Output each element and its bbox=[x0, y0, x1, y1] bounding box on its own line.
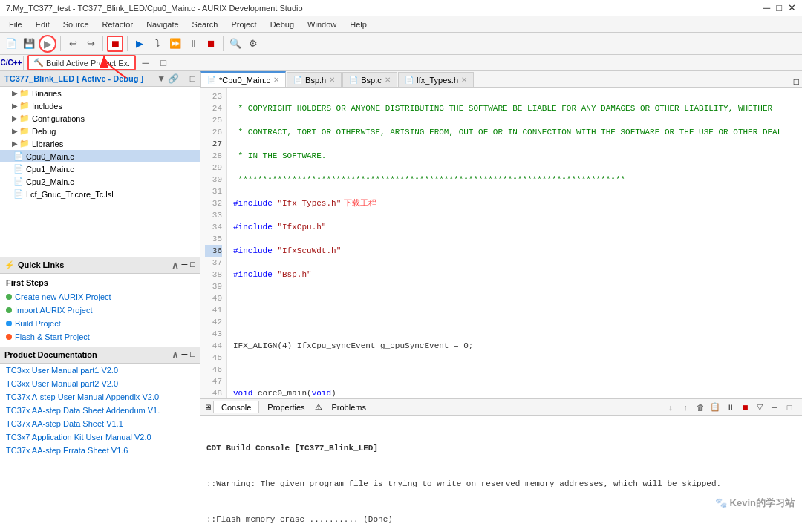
tab-cpu0-main[interactable]: 📄 *Cpu0_Main.c ✕ bbox=[200, 71, 286, 87]
tree-cpu0-main[interactable]: 📄 Cpu0_Main.c bbox=[0, 150, 200, 162]
lcf-label: Lcf_Gnuc_Tricore_Tc.lsl bbox=[26, 190, 114, 199]
menu-navigate[interactable]: Navigate bbox=[140, 19, 184, 30]
binaries-icon: 📁 bbox=[19, 88, 30, 98]
tree-cpu2-main[interactable]: 📄 Cpu2_Main.c bbox=[0, 175, 200, 188]
tab-bspc-close[interactable]: ✕ bbox=[385, 76, 391, 84]
libraries-icon: 📁 bbox=[19, 139, 30, 148]
console-clear-btn[interactable]: 🗑 bbox=[694, 401, 707, 414]
code-editor[interactable]: 23 24 25 26 27 28 29 30 31 32 33 34 35 3… bbox=[200, 88, 802, 398]
maximize-panel-button[interactable]: □ bbox=[155, 55, 172, 71]
console-minimize-btn[interactable]: ─ bbox=[768, 401, 781, 414]
tab-bsph-close[interactable]: ✕ bbox=[329, 76, 335, 84]
console-area: 🖥 Console Properties ⚠ Problems ↓ ↑ 🗑 📋 … bbox=[200, 398, 802, 532]
settings-button[interactable]: ⚙ bbox=[245, 36, 261, 52]
tab-console[interactable]: Console bbox=[213, 401, 259, 413]
save-button[interactable]: 💾 bbox=[21, 36, 37, 52]
window-controls: ─ □ ✕ bbox=[763, 2, 796, 13]
line-num-39: 39 bbox=[205, 280, 222, 292]
tab-bsp-h[interactable]: 📄 Bsp.h ✕ bbox=[287, 72, 342, 87]
tab-ifx-types[interactable]: 📄 Ifx_Types.h ✕ bbox=[398, 72, 474, 87]
tab-cpu0-close[interactable]: ✕ bbox=[273, 76, 279, 84]
console-option-btn[interactable]: ▽ bbox=[753, 401, 766, 414]
tab-problems[interactable]: Problems bbox=[324, 401, 374, 413]
tree-cpu1-main[interactable]: 📄 Cpu1_Main.c bbox=[0, 162, 200, 175]
console-pause-btn[interactable]: ⏸ bbox=[723, 401, 737, 414]
editor-minimize-btn[interactable]: ─ bbox=[784, 76, 791, 87]
debug-stop-button[interactable]: ⏹ bbox=[203, 36, 219, 52]
cpu0-icon: 📄 bbox=[13, 151, 24, 161]
debug-arrow: ▶ bbox=[12, 127, 18, 135]
menu-edit[interactable]: Edit bbox=[30, 19, 56, 30]
close-button[interactable]: ✕ bbox=[788, 2, 796, 13]
tree-libraries[interactable]: ▶ 📁 Libraries bbox=[0, 137, 200, 150]
tree-configurations[interactable]: ▶ 📁 Configurations bbox=[0, 112, 200, 125]
editor-maximize-btn[interactable]: □ bbox=[794, 76, 799, 87]
line-num-23: 23 bbox=[205, 91, 222, 102]
console-up-btn[interactable]: ↑ bbox=[679, 401, 692, 414]
tab-bsp-c[interactable]: 📄 Bsp.c ✕ bbox=[342, 72, 397, 87]
doc-link-2[interactable]: TC3xx User Manual part2 V2.0 bbox=[0, 377, 200, 390]
product-docs-collapse[interactable]: ∧ bbox=[172, 349, 179, 361]
doc-link-4[interactable]: TC37x AA-step Data Sheet Addendum V1. bbox=[0, 404, 200, 417]
includes-arrow: ▶ bbox=[12, 102, 18, 110]
doc-link-5[interactable]: TC37x AA-step Data Sheet V1.1 bbox=[0, 417, 200, 430]
menu-source[interactable]: Source bbox=[57, 19, 95, 30]
menu-search[interactable]: Search bbox=[186, 19, 224, 30]
code-content[interactable]: * COPYRIGHT HOLDERS OR ANYONE DISTRIBUTI… bbox=[227, 88, 802, 398]
search-button[interactable]: 🔍 bbox=[227, 36, 244, 52]
console-maximize-btn[interactable]: □ bbox=[783, 401, 796, 414]
tree-lcf[interactable]: 📄 Lcf_Gnuc_Tricore_Tc.lsl bbox=[0, 188, 200, 200]
problems-icon: ⚠ bbox=[315, 402, 322, 412]
tab-ifxtypes-close[interactable]: ✕ bbox=[461, 76, 467, 84]
includes-label: Includes bbox=[32, 102, 62, 111]
build-project-dot bbox=[6, 321, 12, 326]
link-editor-button[interactable]: 🔗 bbox=[168, 73, 179, 84]
build-active-project-button[interactable]: 🔨 Build Active Project Ex. bbox=[27, 55, 136, 70]
menu-refactor[interactable]: Refactor bbox=[97, 19, 140, 30]
undo-button[interactable]: ↩ bbox=[65, 36, 81, 52]
doc-link-1[interactable]: TC3xx User Manual part1 V2.0 bbox=[0, 364, 200, 377]
redo-button[interactable]: ↪ bbox=[82, 36, 99, 52]
import-project-link[interactable]: Import AURIX Project bbox=[6, 303, 194, 317]
quick-links-maximize[interactable]: □ bbox=[190, 260, 195, 271]
tree-debug[interactable]: ▶ 📁 Debug bbox=[0, 125, 200, 137]
doc-link-6[interactable]: TC3x7 Application Kit User Manual V2.0 bbox=[0, 430, 200, 444]
quick-links-header[interactable]: ⚡ Quick Links ∧ ─ □ bbox=[0, 257, 200, 274]
console-stop-btn[interactable]: ⏹ bbox=[738, 401, 752, 414]
menu-help[interactable]: Help bbox=[344, 19, 373, 30]
minimize-button[interactable]: ─ bbox=[763, 2, 770, 13]
code-line-35: void core0_main(void) bbox=[233, 387, 796, 398]
create-project-link[interactable]: Create new AURIX Project bbox=[6, 290, 194, 303]
quick-links-collapse[interactable]: ∧ bbox=[172, 260, 179, 271]
menu-file[interactable]: File bbox=[3, 19, 28, 30]
product-docs-minimize[interactable]: ─ bbox=[182, 349, 188, 361]
debug-suspend-button[interactable]: ⏸ bbox=[185, 36, 201, 52]
app-title: 7.My_TC377_test - TC377_Blink_LED/Cpu0_M… bbox=[6, 4, 303, 13]
new-file-button[interactable]: 📄 bbox=[3, 36, 19, 52]
debug-resume-button[interactable]: ⏩ bbox=[167, 36, 183, 52]
debug-step-button[interactable]: ⤵ bbox=[149, 36, 166, 52]
tree-includes[interactable]: ▶ 📁 Includes bbox=[0, 99, 200, 112]
doc-link-7[interactable]: TC37x AA-step Errata Sheet V1.6 bbox=[0, 444, 200, 457]
build-project-link[interactable]: Build Project bbox=[6, 317, 194, 330]
stop-button[interactable]: ⏹ bbox=[107, 36, 123, 52]
debug-start-button[interactable]: ▶ bbox=[131, 36, 148, 52]
tab-properties[interactable]: Properties bbox=[259, 401, 313, 413]
quick-links-minimize[interactable]: ─ bbox=[182, 260, 188, 271]
explorer-maximize-button[interactable]: □ bbox=[190, 73, 195, 84]
doc-link-3[interactable]: TC37x A-step User Manual Appendix V2.0 bbox=[0, 390, 200, 404]
product-docs-maximize[interactable]: □ bbox=[190, 349, 195, 361]
menu-project[interactable]: Project bbox=[225, 19, 262, 30]
tree-binaries[interactable]: ▶ 📁 Binaries bbox=[0, 87, 200, 99]
build-run-button[interactable]: ▶ bbox=[39, 35, 56, 53]
menu-debug[interactable]: Debug bbox=[264, 19, 300, 30]
minimize-panel-button[interactable]: ─ bbox=[137, 55, 154, 71]
product-docs-header[interactable]: Product Documentation ∧ ─ □ bbox=[0, 347, 200, 364]
console-down-btn[interactable]: ↓ bbox=[664, 401, 677, 414]
explorer-minimize-button[interactable]: ─ bbox=[181, 73, 188, 84]
console-copy-btn[interactable]: 📋 bbox=[708, 401, 722, 414]
flash-start-link[interactable]: Flash & Start Project bbox=[6, 330, 194, 344]
collapse-all-button[interactable]: ▼ bbox=[157, 73, 166, 84]
menu-window[interactable]: Window bbox=[301, 19, 342, 30]
maximize-button[interactable]: □ bbox=[776, 2, 782, 13]
